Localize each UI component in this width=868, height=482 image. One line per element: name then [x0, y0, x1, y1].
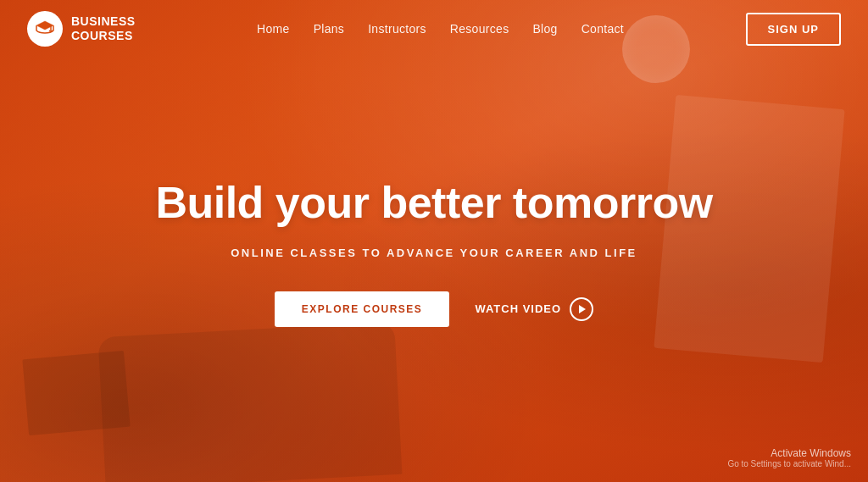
- hero-title: Build your better tomorrow: [155, 179, 712, 227]
- nav-link-home[interactable]: Home: [257, 22, 290, 36]
- nav-links: Home Plans Instructors Resources Blog Co…: [257, 21, 624, 36]
- nav-item-instructors[interactable]: Instructors: [368, 21, 426, 36]
- nav-link-contact[interactable]: Contact: [581, 22, 624, 36]
- nav-item-blog[interactable]: Blog: [532, 21, 557, 36]
- watermark-title: Activate Windows: [727, 447, 851, 459]
- watch-video-button[interactable]: WATCH VIDEO: [475, 297, 593, 321]
- watch-video-label: WATCH VIDEO: [475, 302, 561, 315]
- nav-item-resources[interactable]: Resources: [450, 21, 509, 36]
- explore-courses-button[interactable]: EXPLORE COURSES: [275, 291, 450, 327]
- hero-subtitle: ONLINE CLASSES TO ADVANCE YOUR CAREER AN…: [231, 247, 637, 259]
- logo-icon: [27, 11, 63, 47]
- logo-text: BUSINESS COURSES: [71, 14, 136, 43]
- windows-watermark: Activate Windows Go to Settings to activ…: [727, 447, 851, 468]
- logo[interactable]: BUSINESS COURSES: [27, 11, 136, 47]
- nav-link-instructors[interactable]: Instructors: [368, 22, 426, 36]
- nav-link-plans[interactable]: Plans: [314, 22, 345, 36]
- hero-actions: EXPLORE COURSES WATCH VIDEO: [275, 291, 593, 327]
- watermark-subtitle: Go to Settings to activate Wind...: [727, 459, 851, 468]
- nav-link-blog[interactable]: Blog: [532, 22, 557, 36]
- navbar: BUSINESS COURSES Home Plans Instructors …: [0, 0, 868, 58]
- play-triangle: [579, 305, 586, 313]
- nav-item-home[interactable]: Home: [257, 21, 290, 36]
- nav-item-contact[interactable]: Contact: [581, 21, 624, 36]
- graduation-cap-icon: [35, 19, 55, 39]
- signup-button[interactable]: SIGN UP: [746, 13, 841, 46]
- hero-content: Build your better tomorrow ONLINE CLASSE…: [0, 58, 868, 482]
- nav-item-plans[interactable]: Plans: [314, 21, 345, 36]
- hero-section: BUSINESS COURSES Home Plans Instructors …: [0, 0, 868, 482]
- play-icon: [570, 297, 593, 321]
- nav-link-resources[interactable]: Resources: [450, 22, 509, 36]
